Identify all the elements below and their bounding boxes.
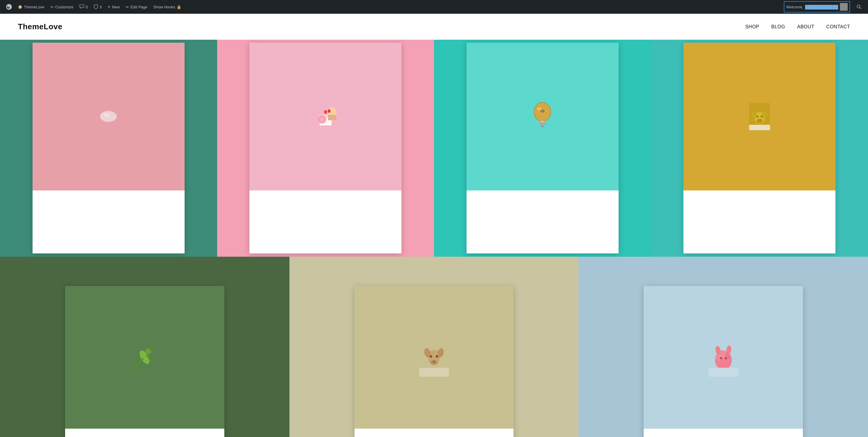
photo-inner-2 — [249, 43, 401, 190]
svg-line-36 — [148, 341, 153, 349]
svg-point-30 — [145, 348, 151, 354]
comments-icon — [80, 4, 84, 9]
svg-point-26 — [756, 115, 758, 117]
gallery-cell-7[interactable] — [579, 257, 868, 437]
admin-customize[interactable]: ✏ Customize — [48, 0, 76, 14]
photo-card-4 — [683, 43, 835, 254]
svg-point-41 — [433, 361, 435, 363]
photo-bottom-6 — [354, 429, 514, 437]
photo-inner-7 — [644, 286, 803, 429]
plus-icon: + — [108, 4, 111, 9]
photo-bottom-4 — [683, 191, 835, 254]
nav-shop[interactable]: SHOP — [745, 24, 759, 30]
gallery-cell-3[interactable] — [434, 40, 651, 257]
gallery-cell-2[interactable] — [217, 40, 434, 257]
svg-point-54 — [725, 357, 727, 359]
gallery-cell-6[interactable] — [289, 257, 579, 437]
nav-about[interactable]: ABOUT — [797, 24, 814, 30]
shield-icon — [94, 4, 98, 10]
home-icon: 🏠 — [18, 5, 22, 9]
edit-icon: ✏ — [126, 5, 129, 9]
photo-card-3 — [467, 43, 619, 254]
svg-point-12 — [324, 110, 327, 114]
gallery-cell-4[interactable] — [651, 40, 868, 257]
photo-inner-4 — [683, 43, 835, 190]
svg-rect-46 — [419, 368, 449, 377]
photo-card-2 — [249, 43, 401, 254]
nav-contact[interactable]: CONTACT — [826, 24, 850, 30]
svg-point-25 — [756, 119, 763, 123]
svg-point-11 — [320, 117, 324, 121]
gallery-cell-5[interactable] — [0, 257, 289, 437]
svg-point-45 — [437, 356, 438, 357]
nav-blog[interactable]: BLOG — [771, 24, 785, 30]
svg-rect-28 — [749, 125, 770, 130]
admin-themelove[interactable]: 🏠 ThemeLove — [16, 0, 47, 14]
photo-inner-6 — [354, 286, 514, 429]
svg-rect-16 — [540, 121, 545, 123]
gallery-row-1 — [0, 40, 868, 257]
admin-new[interactable]: + New — [105, 0, 122, 14]
photo-inner-5 — [65, 286, 224, 429]
photo-inner-1 — [33, 43, 185, 190]
admin-bar: 🏠 ThemeLove ✏ Customize 0 3 + New ✏ Edit… — [0, 0, 868, 14]
admin-search[interactable] — [854, 0, 864, 14]
svg-rect-19 — [541, 126, 544, 127]
photo-card-5 — [65, 286, 224, 437]
svg-point-44 — [431, 356, 432, 357]
svg-point-13 — [328, 109, 331, 113]
wp-logo[interactable] — [4, 0, 14, 14]
avatar — [840, 3, 848, 11]
svg-point-5 — [104, 113, 110, 117]
site-logo: ThemeLove — [18, 22, 62, 31]
svg-point-27 — [761, 115, 763, 117]
svg-rect-55 — [709, 368, 738, 377]
svg-rect-18 — [540, 124, 545, 126]
admin-welcome[interactable]: Welcome, ████████████ — [784, 1, 850, 12]
gallery-grid — [0, 40, 868, 437]
photo-card-6 — [354, 286, 514, 437]
admin-show-hooks[interactable]: Show Hooks 🔒 — [151, 0, 184, 14]
photo-card-1 — [33, 43, 185, 254]
site-header: ThemeLove SHOP BLOG ABOUT CONTACT — [0, 14, 868, 40]
photo-bottom-3 — [467, 191, 619, 254]
gallery-row-2 — [0, 257, 868, 437]
photo-bottom-1 — [33, 191, 185, 254]
svg-point-53 — [720, 357, 722, 359]
photo-bottom-7 — [644, 429, 803, 437]
svg-rect-9 — [328, 115, 336, 120]
photo-bottom-5 — [65, 429, 224, 437]
svg-line-35 — [149, 342, 156, 349]
photo-inner-3 — [467, 43, 619, 190]
site-nav: SHOP BLOG ABOUT CONTACT — [745, 24, 850, 30]
svg-point-20 — [537, 107, 542, 111]
gallery-cell-1[interactable] — [0, 40, 217, 257]
customize-icon: ✏ — [51, 5, 54, 9]
admin-comments[interactable]: 0 — [77, 0, 90, 14]
svg-point-1 — [857, 5, 860, 8]
admin-edit-page[interactable]: ✏ Edit Page — [123, 0, 150, 14]
admin-security[interactable]: 3 — [91, 0, 104, 14]
lock-icon: 🔒 — [177, 5, 181, 9]
svg-line-2 — [860, 8, 861, 9]
site-wrapper: ThemeLove SHOP BLOG ABOUT CONTACT — [0, 14, 868, 437]
svg-rect-17 — [540, 123, 545, 124]
photo-bottom-2 — [249, 191, 401, 254]
photo-card-7 — [644, 286, 803, 437]
